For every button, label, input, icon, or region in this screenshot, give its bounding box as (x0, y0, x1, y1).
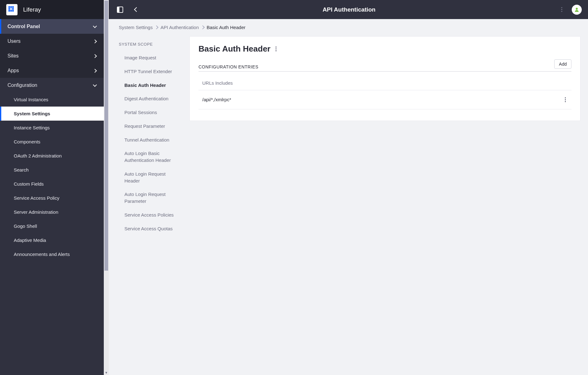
panel-options[interactable] (274, 45, 279, 53)
sidebar-item-instance-settings[interactable]: Instance Settings (0, 121, 104, 135)
scope-item-image-request[interactable]: Image Request (116, 51, 182, 65)
breadcrumb-link[interactable]: API Authentication (160, 25, 199, 30)
sidebar-item-label: Custom Fields (14, 181, 44, 187)
sidebar-item-label: Search (14, 167, 29, 172)
sidebar-item-server-admin[interactable]: Server Administration (0, 205, 104, 219)
svg-rect-8 (10, 8, 12, 10)
sidebar-section-users[interactable]: Users (0, 34, 104, 48)
sidebar-item-system-settings[interactable]: System Settings (0, 107, 104, 121)
chevron-down-icon (93, 24, 96, 29)
sidebar-header: Liferay (0, 0, 104, 19)
sidebar-item-label: Announcements and Alerts (14, 252, 70, 257)
sidebar-item-label: Components (14, 139, 40, 144)
svg-point-11 (576, 8, 578, 9)
chevron-down-icon (93, 83, 96, 88)
sidebar-item-gogo-shell[interactable]: Gogo Shell (0, 219, 104, 233)
sidebar-item-adaptive-media[interactable]: Adaptive Media (0, 233, 104, 247)
scroll-thumb[interactable] (104, 1, 108, 271)
panel-icon (117, 7, 123, 13)
sidebar-scrollbar[interactable]: ▲ ▼ (104, 0, 109, 375)
sidebar-item-label: OAuth 2 Administration (14, 153, 62, 158)
page-title: API Authentication (145, 6, 553, 13)
chevron-right-icon (155, 25, 158, 30)
scope-item-basic-auth-header[interactable]: Basic Auth Header (116, 78, 182, 92)
sidebar-item-custom-fields[interactable]: Custom Fields (0, 177, 104, 191)
svg-rect-5 (8, 10, 10, 12)
svg-rect-10 (117, 7, 119, 12)
scope-item-http-tunnel-extender[interactable]: HTTP Tunnel Extender (116, 65, 182, 78)
breadcrumb: System Settings API Authentication Basic… (109, 19, 588, 33)
config-panel: Basic Auth Header CONFIGURATION ENTRIES … (189, 36, 580, 121)
scroll-down-icon[interactable]: ▼ (104, 370, 109, 375)
chevron-right-icon (93, 68, 96, 73)
topbar-options[interactable] (557, 5, 567, 15)
panel-title: Basic Auth Header (199, 44, 270, 54)
sidebar-item-oauth2[interactable]: OAuth 2 Administration (0, 149, 104, 163)
column-header-urls-includes: URLs Includes (199, 74, 571, 90)
topbar: API Authentication (109, 0, 588, 19)
content: SYSTEM SCOPE Image Request HTTP Tunnel E… (109, 33, 588, 375)
scope-item-auto-login-request-parameter[interactable]: Auto Login Request Parameter (116, 188, 182, 208)
sidebar-item-service-access-policy[interactable]: Service Access Policy (0, 191, 104, 205)
sidebar-section-sites[interactable]: Sites (0, 48, 104, 63)
sidebar-item-search[interactable]: Search (0, 163, 104, 177)
sidebar-item-label: System Settings (14, 111, 50, 116)
table-row[interactable]: /api/*,/xmlrpc* (199, 90, 571, 109)
breadcrumb-current: Basic Auth Header (207, 25, 245, 30)
chevron-left-icon (135, 7, 138, 12)
main: API Authentication System Settings API A… (109, 0, 588, 375)
sidebar-item-label: Server Administration (14, 209, 58, 215)
dots-vertical-icon (559, 5, 564, 14)
sidebar-body: Control Panel Users Sites Apps Configura… (0, 19, 104, 375)
scope-item-auto-login-basic-auth-header[interactable]: Auto Login Basic Authentication Header (116, 147, 182, 167)
add-button[interactable]: Add (554, 59, 571, 69)
sidebar-section-control-panel[interactable]: Control Panel (0, 19, 104, 34)
scope-item-request-parameter[interactable]: Request Parameter (116, 119, 182, 133)
scope-item-portal-sessions[interactable]: Portal Sessions (116, 106, 182, 119)
product-menu-toggle[interactable] (115, 5, 125, 15)
sidebar-item-components[interactable]: Components (0, 135, 104, 149)
chevron-right-icon (201, 25, 204, 30)
chevron-right-icon (93, 53, 96, 58)
sidebar-item-announcements[interactable]: Announcements and Alerts (0, 247, 104, 261)
breadcrumb-link[interactable]: System Settings (119, 25, 153, 30)
scope-title: SYSTEM SCOPE (116, 39, 182, 51)
svg-rect-6 (10, 10, 12, 12)
liferay-icon (8, 6, 15, 13)
sidebar-item-label: Service Access Policy (14, 195, 59, 201)
row-options[interactable] (563, 95, 568, 104)
svg-rect-0 (8, 6, 10, 8)
scope-item-auto-login-request-header[interactable]: Auto Login Request Header (116, 167, 182, 188)
config-section-title: CONFIGURATION ENTRIES (199, 64, 258, 69)
sidebar-section-label: Configuration (8, 82, 37, 88)
sidebar-section-label: Apps (8, 68, 19, 73)
brand-logo[interactable] (6, 4, 18, 15)
scope-item-tunnel-authentication[interactable]: Tunnel Authentication (116, 133, 182, 147)
sidebar: Liferay Control Panel Users Sites Apps C… (0, 0, 104, 375)
avatar[interactable] (572, 5, 582, 15)
svg-rect-2 (12, 6, 14, 8)
svg-rect-1 (10, 6, 12, 8)
scope-item-service-access-quotas[interactable]: Service Access Quotas (116, 222, 182, 236)
sidebar-item-label: Adaptive Media (14, 238, 46, 243)
sidebar-section-label: Users (8, 38, 21, 44)
sidebar-section-configuration[interactable]: Configuration (0, 78, 104, 92)
sidebar-item-label: Virtual Instances (14, 97, 48, 102)
row-value: /api/*,/xmlrpc* (202, 97, 231, 102)
svg-rect-7 (12, 10, 14, 12)
scope-item-digest-authentication[interactable]: Digest Authentication (116, 92, 182, 106)
chevron-right-icon (93, 39, 96, 44)
sidebar-item-virtual-instances[interactable]: Virtual Instances (0, 92, 104, 107)
svg-rect-3 (8, 8, 10, 10)
scope-item-service-access-policies[interactable]: Service Access Policies (116, 208, 182, 222)
brand-title[interactable]: Liferay (23, 6, 41, 13)
scope-nav: SYSTEM SCOPE Image Request HTTP Tunnel E… (116, 36, 182, 368)
svg-rect-4 (12, 8, 14, 10)
sidebar-item-label: Instance Settings (14, 125, 50, 130)
sidebar-section-label: Control Panel (8, 24, 40, 29)
back-button[interactable] (131, 5, 141, 15)
sidebar-item-label: Gogo Shell (14, 223, 37, 229)
user-icon (574, 7, 580, 12)
sidebar-section-apps[interactable]: Apps (0, 63, 104, 78)
sidebar-section-label: Sites (8, 53, 19, 59)
